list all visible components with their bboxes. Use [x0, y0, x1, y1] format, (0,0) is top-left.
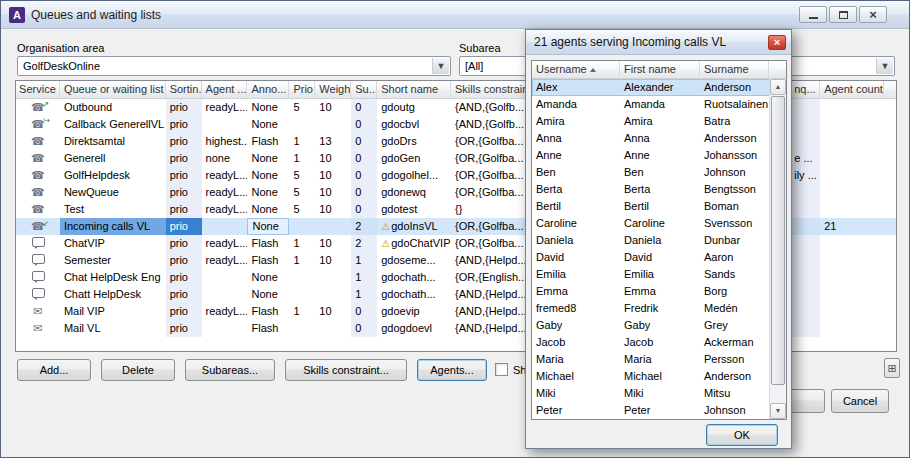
close-icon: × — [774, 36, 780, 48]
queue-name-cell: Semester — [60, 252, 166, 269]
first-name-cell: Alexander — [620, 79, 700, 96]
maximize-button[interactable] — [829, 6, 857, 23]
agent-choice-cell — [202, 286, 248, 303]
chat-icon — [30, 252, 46, 266]
agent-choice-cell — [202, 116, 248, 133]
sorting-cell: prio — [166, 133, 202, 150]
close-button[interactable]: × — [859, 6, 887, 23]
surname-cell: Svensson — [700, 215, 769, 232]
agents-button[interactable]: Agents... — [417, 359, 487, 381]
agent-row[interactable]: Berta Berta Bengtsson — [532, 181, 786, 198]
agent-row[interactable]: Amira Amira Batra — [532, 113, 786, 130]
agent-row[interactable]: Daniela Daniela Dunbar — [532, 232, 786, 249]
column-header-nq[interactable]: nq... — [790, 81, 820, 98]
prio-cell: 1 — [289, 235, 315, 252]
organisation-area-select[interactable]: GolfDeskOnline ▼ — [17, 56, 451, 76]
agent-row[interactable]: Bertil Bertil Boman — [532, 198, 786, 215]
title-bar[interactable]: A Queues and waiting lists × — [1, 1, 909, 29]
surname-cell: Johansson — [700, 147, 769, 164]
weight-cell — [315, 269, 351, 286]
column-header-agent[interactable]: Agent ... — [202, 81, 248, 98]
agent-row[interactable]: Alex Alexander Anderson — [532, 79, 786, 96]
column-header-surname[interactable]: Surname — [700, 61, 769, 78]
agent-count-cell — [820, 99, 884, 116]
agent-row[interactable]: Gaby Gaby Grey — [532, 317, 786, 334]
agent-row[interactable]: Maria Maria Persson — [532, 351, 786, 368]
surname-cell: Andersson — [700, 130, 769, 147]
su-cell: 2 — [351, 235, 377, 252]
queue-name-cell: Callback GenerellVL — [60, 116, 166, 133]
scrollbar-thumb[interactable] — [771, 96, 785, 385]
column-header-service[interactable]: Service — [16, 81, 60, 98]
username-cell: Amanda — [532, 96, 620, 113]
mail-icon — [30, 303, 46, 317]
surname-cell: Bengtsson — [700, 181, 769, 198]
agents-scrollbar[interactable]: ▲ ▼ — [769, 79, 786, 419]
agent-choice-cell: readyL... — [202, 252, 248, 269]
minimize-button[interactable] — [799, 6, 827, 23]
agent-row[interactable]: Miki Miki Mitsu — [532, 385, 786, 402]
surname-cell: Johnson — [700, 164, 769, 181]
agent-row[interactable]: fremed8 Fredrik Medén — [532, 300, 786, 317]
column-header-announcement[interactable]: Anno... — [247, 81, 289, 98]
column-header-short-name[interactable]: Short name — [377, 81, 451, 98]
agent-row[interactable]: Anna Anna Andersson — [532, 130, 786, 147]
call-icon — [30, 201, 46, 215]
agents-dialog-title-bar[interactable]: 21 agents serving Incoming calls VL × — [526, 30, 791, 55]
agent-row[interactable]: Anne Anne Johansson — [532, 147, 786, 164]
service-cell — [16, 167, 60, 184]
column-header-agent-count[interactable]: Agent count — [820, 81, 884, 98]
first-name-cell: Amira — [620, 113, 700, 130]
announcement-cell: None — [247, 167, 289, 184]
export-table-button[interactable]: ⊞ — [884, 358, 900, 378]
service-cell — [16, 303, 60, 320]
agent-count-cell — [820, 116, 884, 133]
call-icon — [30, 150, 46, 164]
su-cell: 0 — [351, 150, 377, 167]
agent-row[interactable]: Michael Michael Anderson — [532, 368, 786, 385]
column-header-username[interactable]: Username — [532, 61, 620, 78]
username-cell: Michael — [532, 368, 620, 385]
username-cell: Berta — [532, 181, 620, 198]
agent-choice-cell: readyL... — [202, 167, 248, 184]
announcement-cell: Flash — [247, 235, 289, 252]
sorting-cell: prio — [166, 269, 202, 286]
first-name-cell: Maria — [620, 351, 700, 368]
queue-name-cell: Chatt HelpDesk — [60, 286, 166, 303]
agents-dialog-close-button[interactable]: × — [768, 35, 786, 50]
add-button[interactable]: Add... — [17, 359, 91, 381]
column-header-sorting[interactable]: Sortin... — [166, 81, 202, 98]
agent-choice-cell — [202, 320, 248, 337]
sorting-cell: prio — [166, 201, 202, 218]
agent-row[interactable]: Caroline Caroline Svensson — [532, 215, 786, 232]
agent-row[interactable]: Amanda Amanda Ruotsalainen — [532, 96, 786, 113]
show-checkbox[interactable] — [495, 363, 508, 376]
first-name-cell: Anne — [620, 147, 700, 164]
agent-row[interactable]: David David Aaron — [532, 249, 786, 266]
sorting-cell: prio — [166, 252, 202, 269]
skills-constraint-button[interactable]: Skills constraint... — [285, 359, 407, 381]
username-cell: Jacob — [532, 334, 620, 351]
su-cell: 0 — [351, 116, 377, 133]
surname-cell: Aaron — [700, 249, 769, 266]
warning-icon: ⚠ — [381, 221, 390, 232]
agent-row[interactable]: Ben Ben Johnson — [532, 164, 786, 181]
scroll-down-button[interactable]: ▼ — [770, 403, 786, 419]
column-header-prio[interactable]: Prio — [289, 81, 315, 98]
column-header-weight[interactable]: Weight — [315, 81, 351, 98]
call-icon — [30, 184, 46, 198]
subareas-button[interactable]: Subareas... — [185, 359, 275, 381]
surname-cell: Grey — [700, 317, 769, 334]
agent-row[interactable]: Emma Emma Borg — [532, 283, 786, 300]
agent-row[interactable]: Peter Peter Johnson — [532, 402, 786, 419]
agent-row[interactable]: Jacob Jacob Ackerman — [532, 334, 786, 351]
scroll-up-button[interactable]: ▲ — [770, 79, 786, 95]
mail-icon — [30, 320, 46, 334]
delete-button[interactable]: Delete — [101, 359, 175, 381]
ok-button[interactable]: OK — [706, 424, 778, 446]
agent-row[interactable]: Emilia Emilia Sands — [532, 266, 786, 283]
column-header-queue[interactable]: Queue or waiting list — [60, 81, 166, 98]
cancel-button[interactable]: Cancel — [831, 389, 889, 413]
column-header-su[interactable]: Su... — [351, 81, 377, 98]
column-header-first-name[interactable]: First name — [620, 61, 700, 78]
